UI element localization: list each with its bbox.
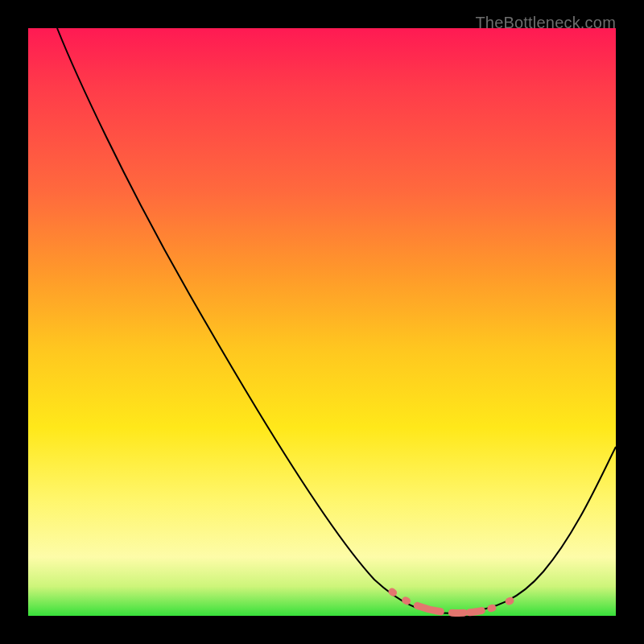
- plot-area: [28, 28, 616, 616]
- curve-line: [57, 28, 616, 613]
- bottleneck-curve: [28, 28, 616, 616]
- chart-frame: TheBottleneck.com: [14, 14, 630, 630]
